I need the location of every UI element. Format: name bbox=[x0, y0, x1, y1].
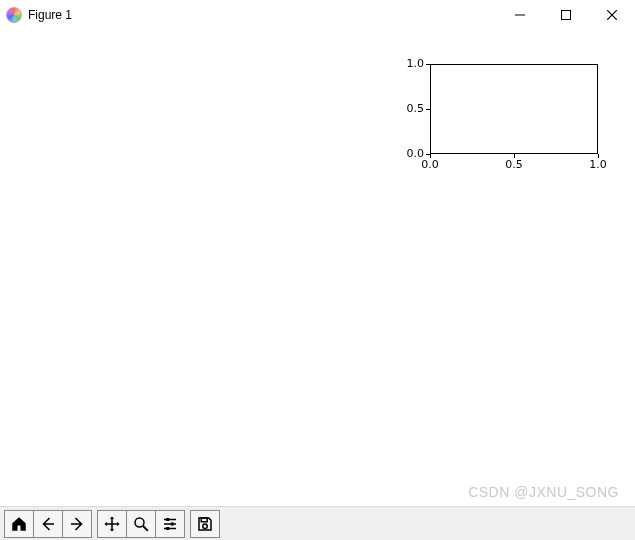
x-tick-mark bbox=[598, 154, 599, 158]
x-tick-mark bbox=[514, 154, 515, 158]
svg-rect-1 bbox=[562, 11, 571, 20]
x-tick-label: 0.0 bbox=[418, 158, 442, 171]
svg-point-4 bbox=[135, 518, 144, 527]
close-button[interactable] bbox=[589, 0, 635, 30]
svg-rect-9 bbox=[171, 522, 174, 525]
minimize-button[interactable] bbox=[497, 0, 543, 30]
save-button[interactable] bbox=[190, 510, 220, 538]
window-title: Figure 1 bbox=[28, 8, 72, 22]
forward-button[interactable] bbox=[62, 510, 92, 538]
axes-frame bbox=[430, 64, 598, 154]
svg-point-13 bbox=[203, 524, 208, 529]
x-tick-mark bbox=[430, 154, 431, 158]
matplotlib-icon bbox=[6, 7, 22, 23]
svg-rect-12 bbox=[201, 518, 207, 522]
y-tick-label: 0.5 bbox=[402, 102, 424, 115]
zoom-button[interactable] bbox=[126, 510, 156, 538]
y-tick-label: 1.0 bbox=[402, 57, 424, 70]
navigation-toolbar bbox=[0, 506, 635, 540]
svg-rect-11 bbox=[166, 527, 169, 530]
figure-canvas[interactable]: 0.00.51.00.00.51.0 bbox=[0, 30, 635, 506]
home-button[interactable] bbox=[4, 510, 34, 538]
y-tick-mark bbox=[426, 64, 430, 65]
x-tick-label: 0.5 bbox=[502, 158, 526, 171]
y-tick-mark bbox=[426, 109, 430, 110]
x-tick-label: 1.0 bbox=[586, 158, 610, 171]
back-button[interactable] bbox=[33, 510, 63, 538]
svg-rect-7 bbox=[166, 518, 169, 521]
configure-subplots-button[interactable] bbox=[155, 510, 185, 538]
titlebar: Figure 1 bbox=[0, 0, 635, 30]
svg-line-5 bbox=[143, 526, 148, 531]
pan-button[interactable] bbox=[97, 510, 127, 538]
maximize-button[interactable] bbox=[543, 0, 589, 30]
